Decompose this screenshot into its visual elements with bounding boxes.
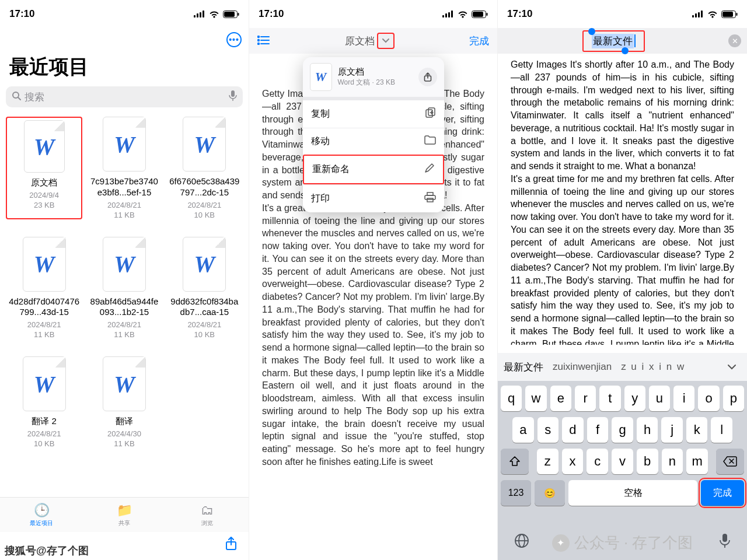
search-input[interactable]: 搜索 [6,86,243,107]
mic-icon[interactable] [229,90,237,104]
file-name: 翻译 2 [6,416,82,427]
key-done[interactable]: 完成 [701,480,744,506]
status-icons [194,10,239,18]
more-button[interactable]: ••• [226,32,242,47]
svg-rect-33 [698,12,700,18]
folder-icon: 🗂 [201,503,214,518]
dictation-icon[interactable] [719,533,731,552]
key-n[interactable]: n [662,449,683,474]
tab-browse[interactable]: 🗂 浏览 [166,498,249,532]
file-date: 2024/8/21 [6,320,82,329]
key-w[interactable]: w [525,386,546,411]
svg-rect-1 [197,13,198,18]
tab-label: 最近项目 [30,519,53,527]
key-shift[interactable] [501,449,529,474]
file-date: 2024/8/21 [86,201,162,209]
key-f[interactable]: f [587,417,609,443]
file-name: 4d28df7d0407476799...43d-15 [6,296,82,318]
key-p[interactable]: p [723,386,744,411]
word-file-icon: W [183,117,226,172]
share-button[interactable] [418,68,437,86]
file-size: 23 KB [9,201,79,209]
key-q[interactable]: q [501,386,522,411]
key-k[interactable]: k [686,417,708,443]
menu-label: 复制 [311,108,330,120]
key-a[interactable]: a [512,417,534,443]
file-name: 6f6760e5c38a439797...2dc-15 [166,176,243,198]
key-v[interactable]: v [612,449,633,474]
key-r[interactable]: r [575,386,596,411]
file-item[interactable]: W 4d28df7d0407476799...43d-15 2024/8/21 … [6,237,82,340]
key-numbers[interactable]: 123 [501,480,531,506]
share-icon[interactable] [214,537,249,554]
backspace-icon [723,456,737,467]
svg-rect-0 [194,15,196,18]
word-file-icon: W [103,117,146,172]
key-o[interactable]: o [698,386,719,411]
key-s[interactable]: s [537,417,559,443]
rename-input[interactable]: 最新文件 [582,30,645,52]
key-x[interactable]: x [562,449,584,474]
more-icon: ••• [229,36,239,44]
selection-handle-icon[interactable] [622,47,629,54]
key-b[interactable]: b [637,449,658,474]
globe-icon[interactable] [514,533,529,552]
list-icon[interactable] [257,34,270,48]
candidate[interactable]: zuixinwenjian [553,361,612,373]
keyboard: q w e r t y u i o p a s d f g h j k l [498,381,747,525]
key-l[interactable]: l [711,417,732,443]
key-space[interactable]: 空格 [568,480,697,506]
word-file-icon: W [24,120,65,173]
file-size: 11 KB [6,330,82,339]
menu-rename[interactable]: 重新命名 [303,155,444,184]
statusbar: 17:10 [249,0,497,28]
file-name: 原文档 [9,177,79,188]
key-y[interactable]: y [624,386,645,411]
key-j[interactable]: j [661,417,683,443]
svg-rect-41 [722,534,727,542]
tab-recent[interactable]: 🕒 最近项目 [0,498,83,532]
key-backspace[interactable] [716,449,744,474]
key-h[interactable]: h [637,417,658,443]
key-g[interactable]: g [612,417,633,443]
file-item[interactable]: W 6f6760e5c38a439797...2dc-15 2024/8/21 … [166,117,243,219]
svg-rect-2 [200,12,201,18]
key-d[interactable]: d [562,417,584,443]
key-u[interactable]: u [649,386,670,411]
key-c[interactable]: c [587,449,608,474]
file-item[interactable]: W 原文档 2024/9/4 23 KB [6,117,82,219]
key-m[interactable]: m [686,449,708,474]
file-item[interactable]: W 9dd632fc0f834badb7...caa-15 2024/8/21 … [166,237,243,340]
file-item[interactable]: W 7c913be7be3740e3bf8...5ef-15 2024/8/21… [86,117,162,219]
rename-text: 最新文件 [592,34,634,48]
search-placeholder: 搜索 [25,90,44,104]
title-chevron-down-icon[interactable] [377,33,395,49]
key-emoji[interactable]: 😊 [535,480,565,506]
document-text: Getty Images It's shortly after 10 a.m.,… [498,58,747,345]
menu-print[interactable]: 打印 [303,184,444,212]
svg-rect-34 [701,10,703,18]
menu-copy[interactable]: 复制 [303,100,444,128]
done-button[interactable]: 完成 [469,34,489,48]
popup-title: 原文档 [338,66,395,78]
expand-candidates-icon[interactable] [722,361,741,373]
status-icons [442,10,488,18]
selection-handle-icon[interactable] [588,28,595,35]
file-item[interactable]: W 89abf46d5a944fe093...1b2-15 2024/8/21 … [86,237,162,340]
svg-rect-6 [238,13,239,16]
file-item[interactable]: W 翻译 2 2024/8/21 10 KB [6,356,82,448]
key-i[interactable]: i [673,386,694,411]
candidate[interactable]: 最新文件 [504,360,543,374]
tabbar: 🕒 最近项目 📁 共享 🗂 浏览 [0,497,249,532]
clear-input-button[interactable]: ✕ [728,34,741,47]
word-file-icon: W [103,237,146,292]
file-item[interactable]: W 翻译 2024/4/30 11 KB [86,356,162,448]
rename-topbar: 最新文件 ✕ [498,28,747,54]
key-e[interactable]: e [550,386,571,411]
menu-move[interactable]: 移动 [303,128,444,155]
tab-shared[interactable]: 📁 共享 [83,498,166,532]
key-z[interactable]: z [537,449,558,474]
candidate[interactable]: z u i x i n w [621,361,685,373]
svg-rect-37 [736,13,738,16]
key-t[interactable]: t [599,386,620,411]
